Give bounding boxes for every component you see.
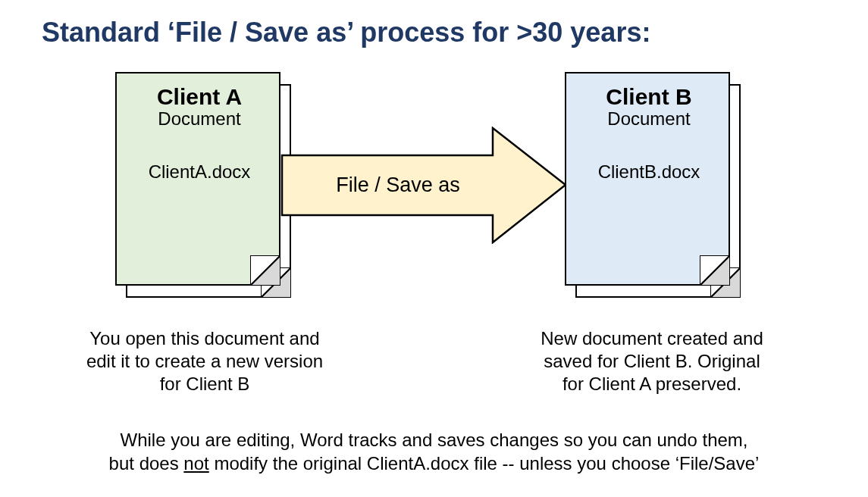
document-b-caption: New document created and saved for Clien… — [531, 327, 773, 395]
save-as-arrow: File / Save as — [280, 127, 567, 244]
document-a-sub-label: Document — [117, 108, 282, 130]
document-b: Client B Document ClientB.docx — [565, 72, 741, 299]
document-a-filename: ClientA.docx — [117, 161, 282, 183]
document-b-sub-label: Document — [566, 108, 732, 130]
document-a-front-page: Client A Document ClientA.docx — [115, 72, 280, 286]
document-a-client-label: Client A — [117, 84, 282, 110]
document-a-caption: You open this document and edit it to cr… — [83, 327, 326, 395]
document-b-front-page: Client B Document ClientB.docx — [565, 72, 730, 286]
page-fold-icon — [250, 255, 280, 286]
arrow-label: File / Save as — [280, 127, 515, 244]
diagram-title: Standard ‘File / Save as’ process for >3… — [42, 17, 650, 48]
footer-pre: but does — [109, 453, 184, 474]
document-b-text: Client B Document ClientB.docx — [566, 73, 732, 183]
footer-not: not — [183, 453, 208, 474]
document-b-client-label: Client B — [566, 84, 732, 110]
document-a: Client A Document ClientA.docx — [115, 72, 291, 299]
diagram-stage: Client A Document ClientA.docx File / Sa… — [0, 72, 868, 322]
page-fold-icon — [700, 255, 730, 286]
footer-line1: While you are editing, Word tracks and s… — [120, 430, 747, 450]
footer-post: modify the original ClientA.docx file --… — [209, 453, 760, 474]
footer-note: While you are editing, Word tracks and s… — [57, 428, 811, 475]
document-b-filename: ClientB.docx — [566, 161, 732, 183]
document-a-text: Client A Document ClientA.docx — [117, 73, 282, 183]
